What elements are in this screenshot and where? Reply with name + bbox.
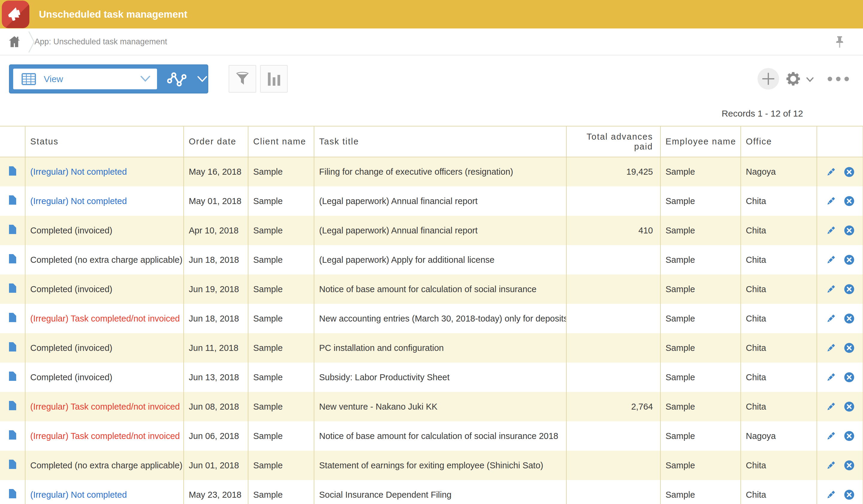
delete-record-button[interactable]	[843, 313, 855, 325]
chart-view-button[interactable]	[167, 71, 208, 88]
delete-record-button[interactable]	[843, 283, 855, 295]
status-value: Completed (invoiced)	[30, 373, 112, 382]
record-document-icon	[9, 401, 16, 410]
table-row[interactable]: Completed (no extra charge applicable) J…	[0, 245, 863, 275]
edit-record-button[interactable]	[825, 371, 837, 383]
employee-name-value: Sample	[660, 392, 741, 421]
close-circle-icon	[844, 313, 855, 324]
employee-name-value: Sample	[660, 245, 741, 275]
order-date-value: Jun 01, 2018	[184, 451, 248, 480]
edit-record-button[interactable]	[825, 166, 837, 178]
table-header-row: Status Order date Client name Task title…	[0, 126, 863, 157]
status-value: Completed (invoiced)	[30, 226, 112, 235]
breadcrumb-app-label[interactable]: App: Unscheduled task management	[35, 28, 167, 55]
table-row[interactable]: (Irregular) Task completed/not invoiced …	[0, 421, 863, 451]
gear-icon	[784, 70, 802, 88]
close-circle-icon	[844, 401, 855, 412]
app-settings-button[interactable]	[784, 70, 814, 88]
add-record-button[interactable]	[758, 68, 779, 90]
edit-record-button[interactable]	[825, 195, 837, 207]
office-value: Chita	[741, 480, 817, 504]
table-row[interactable]: (Irregular) Not completed May 23, 2018 S…	[0, 480, 863, 504]
delete-record-button[interactable]	[843, 195, 855, 207]
pencil-icon	[825, 459, 836, 471]
status-value: (Irregular) Not completed	[30, 196, 127, 206]
edit-record-button[interactable]	[825, 224, 837, 236]
delete-record-button[interactable]	[843, 430, 855, 442]
pencil-icon	[825, 284, 836, 295]
total-advances-value	[566, 451, 660, 480]
table-row[interactable]: Completed (invoiced) Apr 10, 2018 Sample…	[0, 216, 863, 245]
office-value: Chita	[741, 451, 817, 480]
home-icon[interactable]	[8, 35, 21, 48]
office-value: Nagoya	[741, 157, 817, 186]
delete-record-button[interactable]	[843, 371, 855, 383]
pin-icon[interactable]	[834, 36, 846, 49]
header-total-advances[interactable]: Total advances paid	[566, 126, 660, 157]
order-date-value: Apr 10, 2018	[184, 216, 248, 245]
breadcrumb: App: Unscheduled task management	[0, 28, 863, 55]
task-title-value: (Legal paperwork) Annual financial repor…	[314, 186, 566, 216]
total-advances-value	[566, 363, 660, 392]
page-title: Unscheduled task management	[39, 0, 187, 28]
header-employee-name[interactable]: Employee name	[660, 126, 741, 157]
employee-name-value: Sample	[660, 480, 741, 504]
pencil-icon	[825, 401, 836, 412]
office-value: Chita	[741, 186, 817, 216]
edit-record-button[interactable]	[825, 283, 837, 295]
delete-record-button[interactable]	[843, 342, 855, 354]
delete-record-button[interactable]	[843, 166, 855, 178]
record-document-icon	[9, 196, 16, 205]
client-name-value: Sample	[248, 333, 314, 363]
view-select[interactable]: View	[13, 68, 157, 89]
table-row[interactable]: (Irregular) Not completed May 01, 2018 S…	[0, 186, 863, 216]
table-row[interactable]: Completed (no extra charge applicable) J…	[0, 451, 863, 480]
delete-record-button[interactable]	[843, 224, 855, 236]
edit-record-button[interactable]	[825, 313, 837, 325]
records-summary: Records 1 - 12 of 12	[722, 109, 803, 119]
app-icon[interactable]	[2, 1, 29, 28]
edit-record-button[interactable]	[825, 430, 837, 442]
edit-record-button[interactable]	[825, 459, 837, 471]
delete-record-button[interactable]	[843, 254, 855, 266]
table-row[interactable]: Completed (invoiced) Jun 19, 2018 Sample…	[0, 275, 863, 304]
office-value: Chita	[741, 216, 817, 245]
pencil-icon	[825, 225, 836, 236]
table-row[interactable]: (Irregular) Task completed/not invoiced …	[0, 304, 863, 333]
table-row[interactable]: (Irregular) Not completed May 16, 2018 S…	[0, 157, 863, 186]
order-date-value: Jun 19, 2018	[184, 275, 248, 304]
employee-name-value: Sample	[660, 304, 741, 333]
client-name-value: Sample	[248, 157, 314, 186]
more-options-button[interactable]	[828, 77, 849, 81]
delete-record-button[interactable]	[843, 489, 855, 501]
graph-button[interactable]	[260, 65, 288, 92]
delete-record-button[interactable]	[843, 459, 855, 471]
edit-record-button[interactable]	[825, 342, 837, 354]
total-advances-value: 19,425	[566, 157, 660, 186]
header-status[interactable]: Status	[25, 126, 184, 157]
employee-name-value: Sample	[660, 157, 741, 186]
pencil-icon	[825, 489, 836, 500]
pencil-icon	[825, 342, 836, 354]
office-value: Chita	[741, 333, 817, 363]
view-switcher: View	[9, 64, 208, 93]
edit-record-button[interactable]	[825, 254, 837, 266]
table-row[interactable]: (Irregular) Task completed/not invoiced …	[0, 392, 863, 421]
filter-button[interactable]	[229, 65, 256, 92]
close-circle-icon	[844, 254, 855, 265]
header-client-name[interactable]: Client name	[248, 126, 314, 157]
header-order-date[interactable]: Order date	[184, 126, 248, 157]
status-value: (Irregular) Not completed	[30, 167, 127, 176]
header-office[interactable]: Office	[741, 126, 817, 157]
close-circle-icon	[844, 225, 855, 236]
table-row[interactable]: Completed (invoiced) Jun 13, 2018 Sample…	[0, 363, 863, 392]
employee-name-value: Sample	[660, 363, 741, 392]
task-title-value: Social Insurance Dependent Filing	[314, 480, 566, 504]
status-value: Completed (invoiced)	[30, 343, 112, 353]
table-row[interactable]: Completed (invoiced) Jun 11, 2018 Sample…	[0, 333, 863, 363]
task-title-value: Statement of earnings for exiting employ…	[314, 451, 566, 480]
header-task-title[interactable]: Task title	[314, 126, 566, 157]
delete-record-button[interactable]	[843, 401, 855, 413]
edit-record-button[interactable]	[825, 489, 837, 501]
edit-record-button[interactable]	[825, 401, 837, 413]
